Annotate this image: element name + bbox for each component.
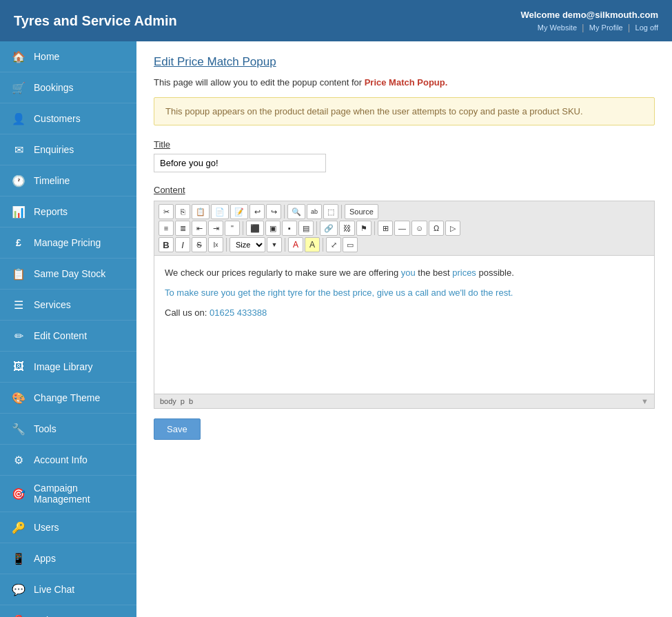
rte-bold[interactable]: B	[159, 237, 174, 252]
desc-highlight: Price Match Popup.	[365, 77, 448, 88]
sidebar-item-manage-pricing[interactable]: £ Manage Pricing	[0, 227, 136, 259]
campaign-icon: 🎯	[10, 485, 27, 502]
sidebar-item-campaign-management[interactable]: 🎯 Campaign Management	[0, 476, 136, 512]
sidebar-item-customers[interactable]: 👤 Customers	[0, 103, 136, 134]
sidebar-item-home[interactable]: 🏠 Home	[0, 41, 136, 72]
rte-outdent[interactable]: ⇤	[192, 221, 207, 236]
sidebar-label-customers: Customers	[34, 113, 126, 124]
title-input[interactable]	[154, 154, 326, 172]
live-chat-icon: 💬	[10, 581, 27, 598]
content-label: Content	[154, 185, 655, 195]
sidebar-item-live-chat[interactable]: 💬 Live Chat	[0, 574, 136, 605]
rte-resize-handle[interactable]: ▼	[641, 397, 649, 405]
rte-iframe[interactable]: ▷	[445, 221, 460, 236]
sidebar-item-reports[interactable]: 📊 Reports	[0, 196, 136, 227]
sidebar-item-image-library[interactable]: 🖼 Image Library	[0, 352, 136, 383]
rte-blockquote[interactable]: "	[225, 221, 240, 236]
rte-indent[interactable]: ⇥	[208, 221, 223, 236]
page-title: Edit Price Match Popup	[154, 55, 655, 69]
rte-align-justify[interactable]: ▤	[298, 221, 314, 236]
sidebar-item-bookings[interactable]: 🛒 Bookings	[0, 72, 136, 103]
rte-select-all[interactable]: ⬚	[323, 204, 338, 219]
rte-find[interactable]: 🔍	[287, 204, 305, 219]
rte-sep-7	[285, 238, 285, 252]
rte-redo[interactable]: ↪	[266, 204, 281, 219]
rte-content-line3: Call us on: 01625 433388	[165, 306, 644, 321]
sidebar-label-users: Users	[34, 522, 126, 533]
rte-special-chars[interactable]: Ω	[429, 221, 444, 236]
my-website-link[interactable]: My Website	[538, 23, 577, 32]
sidebar-item-help[interactable]: ❓ Help	[0, 605, 136, 617]
rte-replace[interactable]: ab	[307, 204, 322, 219]
my-profile-link[interactable]: My Profile	[589, 23, 623, 32]
rte-italic[interactable]: I	[175, 237, 190, 252]
rte-row-2: ≡ ≣ ⇤ ⇥ " ⬛ ▣ ▪ ▤ 🔗 ⛓ ⚑ ⊞ —	[159, 221, 650, 236]
sidebar-label-home: Home	[34, 51, 126, 62]
phone-number: 01625 433388	[210, 307, 267, 318]
sidebar-item-services[interactable]: ☰ Services	[0, 290, 136, 321]
rte-align-right[interactable]: ▪	[282, 221, 297, 236]
desc-prefix: This page will allow you to edit the pop…	[154, 77, 365, 88]
info-message: This popup appears on the product detail…	[165, 106, 583, 117]
log-off-link[interactable]: Log off	[635, 23, 658, 32]
sidebar-item-apps[interactable]: 📱 Apps	[0, 543, 136, 574]
sidebar-label-edit-content: Edit Content	[34, 330, 126, 341]
sidebar-item-users[interactable]: 🔑 Users	[0, 512, 136, 543]
account-info-icon: ⚙	[10, 452, 27, 468]
rte-cut[interactable]: ✂	[159, 204, 174, 219]
sidebar-label-account-info: Account Info	[34, 454, 126, 465]
rte-sep-8	[323, 238, 323, 252]
sidebar-label-campaign-management: Campaign Management	[34, 483, 126, 505]
page-description: This page will allow you to edit the pop…	[154, 77, 655, 88]
rte-font-color[interactable]: A	[288, 237, 303, 252]
rte-copy[interactable]: ⎘	[175, 204, 190, 219]
rte-row-3: B I S Ix Size 8 10 12 14 ▼ A A	[159, 237, 650, 252]
pricing-icon: £	[10, 234, 27, 251]
sidebar: 🏠 Home 🛒 Bookings 👤 Customers ✉ Enquirie…	[0, 41, 136, 617]
rte-show-blocks[interactable]: ▭	[343, 237, 358, 252]
rte-source[interactable]: Source	[345, 204, 378, 219]
sidebar-label-image-library: Image Library	[34, 361, 126, 372]
rte-align-left[interactable]: ⬛	[246, 221, 264, 236]
rte-paste-word[interactable]: 📝	[230, 204, 248, 219]
tag-b: b	[189, 397, 193, 405]
rte-sep-3	[243, 221, 243, 235]
rte-dropdown-arrow[interactable]: ▼	[267, 237, 282, 252]
rte-body[interactable]: We check our prices regularly to make su…	[154, 256, 654, 394]
rte-anchor[interactable]: ⚑	[356, 221, 371, 236]
rte-subscript[interactable]: Ix	[208, 237, 223, 252]
rte-table[interactable]: ⊞	[378, 221, 393, 236]
sidebar-item-same-day-stock[interactable]: 📋 Same Day Stock	[0, 259, 136, 290]
sidebar-item-timeline[interactable]: 🕐 Timeline	[0, 165, 136, 196]
customers-icon: 👤	[10, 110, 27, 127]
timeline-icon: 🕐	[10, 172, 27, 189]
rte-emoji[interactable]: ☺	[411, 221, 427, 236]
sidebar-item-edit-content[interactable]: ✏ Edit Content	[0, 321, 136, 352]
sidebar-label-apps: Apps	[34, 553, 126, 564]
sidebar-label-timeline: Timeline	[34, 175, 126, 186]
rte-link[interactable]: 🔗	[320, 221, 338, 236]
save-button[interactable]: Save	[154, 418, 201, 440]
rte-paste[interactable]: 📋	[192, 204, 210, 219]
rte-font-size[interactable]: Size 8 10 12 14	[230, 237, 265, 252]
rte-bg-color[interactable]: A	[305, 237, 320, 252]
sidebar-item-account-info[interactable]: ⚙ Account Info	[0, 445, 136, 476]
rte-unordered-list[interactable]: ≣	[175, 221, 190, 236]
rte-footer: body p b ▼	[154, 394, 654, 408]
app-title: Tyres and Service Admin	[14, 13, 177, 29]
rte-ordered-list[interactable]: ≡	[159, 221, 174, 236]
rte-hr[interactable]: —	[394, 221, 410, 236]
sidebar-item-enquiries[interactable]: ✉ Enquiries	[0, 134, 136, 165]
user-info: Welcome demo@silkmouth.com My Website | …	[520, 10, 658, 32]
rte-strikethrough[interactable]: S	[192, 237, 207, 252]
rte-undo[interactable]: ↩	[250, 204, 265, 219]
rte-unlink[interactable]: ⛓	[339, 221, 355, 236]
change-theme-icon: 🎨	[10, 390, 27, 406]
rte-align-center[interactable]: ▣	[265, 221, 281, 236]
sidebar-item-tools[interactable]: 🔧 Tools	[0, 414, 136, 445]
header-links: My Website | My Profile | Log off	[520, 23, 658, 32]
rte-paste-text[interactable]: 📄	[211, 204, 229, 219]
rte-maximize[interactable]: ⤢	[326, 237, 341, 252]
sidebar-item-change-theme[interactable]: 🎨 Change Theme	[0, 383, 136, 414]
bookings-icon: 🛒	[10, 79, 27, 96]
